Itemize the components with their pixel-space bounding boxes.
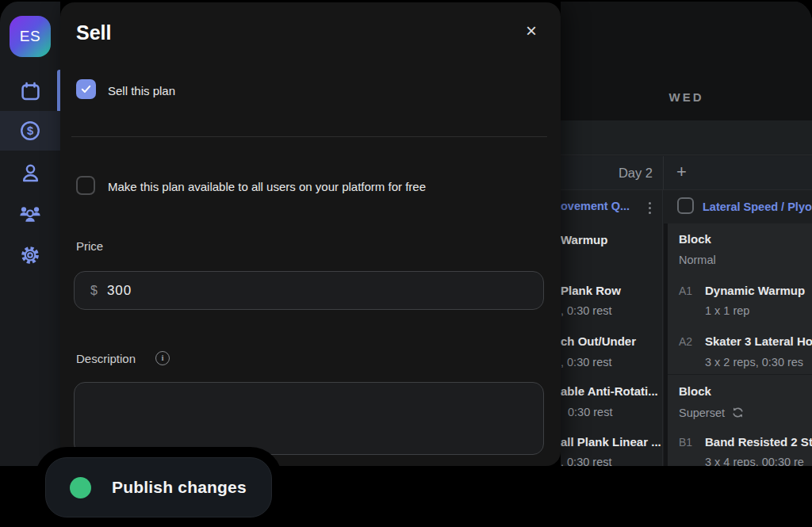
currency-symbol: $: [90, 284, 98, 298]
free-plan-checkbox[interactable]: [76, 176, 95, 195]
exercise-detail: , 0:30 rest: [561, 304, 611, 317]
planner-content: ovement Q... Warmup Plank Row , 0:30 res…: [561, 190, 812, 466]
cycle-icon: [731, 406, 745, 419]
svg-text:$: $: [27, 124, 33, 137]
price-field[interactable]: $: [74, 271, 544, 310]
avatar[interactable]: ES: [10, 16, 51, 57]
block-type-superset: Superset: [679, 406, 745, 419]
block-header: Block: [679, 384, 711, 398]
publish-changes-label: Publish changes: [112, 478, 247, 497]
exercise-name: Warmup: [561, 233, 607, 246]
toolbar-band: [561, 120, 812, 155]
block-separator: [668, 374, 812, 375]
exercise-detail: 1 x 1 rep: [705, 304, 749, 317]
exercise-name: Dynamic Warmup: [705, 284, 805, 297]
day-columns-header: Day 2 +: [561, 156, 812, 190]
workout-title-link[interactable]: Lateral Speed / Plyo: [703, 200, 812, 213]
block-type: Normal: [679, 254, 716, 266]
block-header: Block: [679, 232, 711, 246]
kebab-menu-icon[interactable]: [647, 200, 653, 216]
close-icon[interactable]: ×: [523, 18, 540, 44]
exercise-detail: , 0:30 rest: [561, 356, 611, 369]
exercise-detail: , 0:30 rest: [561, 456, 611, 466]
workout-column-header: Lateral Speed / Plyo: [664, 190, 812, 223]
weekday-label: WED: [561, 90, 812, 104]
person-icon: [20, 162, 41, 184]
exercise-name: Skater 3 Lateral Hop: [705, 334, 812, 348]
app-window: WED Day 2 + ovement Q... Warmup Plank Ro…: [0, 0, 812, 527]
info-icon[interactable]: i: [155, 351, 170, 365]
exercise-name: able Anti-Rotati...: [561, 384, 658, 398]
day-column-label[interactable]: Day 2: [561, 156, 663, 189]
workout-column-lateral-speed: Lateral Speed / Plyo Block Normal A1Dyna…: [664, 190, 812, 466]
block-type-label: Superset: [679, 407, 725, 419]
sell-this-plan-checkbox[interactable]: [76, 79, 96, 99]
check-icon: [80, 83, 92, 95]
modal-title: Sell: [76, 21, 111, 44]
exercise-name: Plank Row: [561, 284, 621, 297]
exercise-name: Band Resisted 2 Step: [705, 435, 812, 449]
exercise-order-label: A1: [679, 285, 705, 297]
workout-column-day2: ovement Q... Warmup Plank Row , 0:30 res…: [561, 190, 663, 466]
exercise-row: A1Dynamic Warmup: [679, 284, 805, 297]
calendar-icon: [20, 81, 41, 102]
exercise-name: ch Out/Under: [561, 334, 636, 348]
exercise-order-label: A2: [679, 335, 705, 348]
weekday-header-band: WED: [561, 2, 812, 120]
sidebar-item-sell[interactable]: $: [0, 111, 60, 151]
sidebar-item-calendar[interactable]: [0, 71, 60, 111]
sidebar-item-settings[interactable]: [0, 235, 60, 275]
status-dot-icon: [70, 477, 91, 498]
description-textarea[interactable]: [74, 382, 544, 455]
add-day-button[interactable]: +: [668, 156, 695, 189]
sidebar-item-clients[interactable]: [0, 193, 60, 233]
exercise-order-label: B1: [679, 436, 705, 449]
divider: [71, 136, 547, 137]
publish-changes-button[interactable]: Publish changes: [45, 457, 272, 517]
exercise-detail: 0:30 rest: [568, 406, 612, 418]
exercise-detail: 3 x 2 reps, 0:30 res: [705, 356, 803, 369]
exercise-row: A2Skater 3 Lateral Hop: [679, 334, 812, 348]
column-divider: [663, 156, 664, 189]
exercise-detail: 3 x 4 reps, 00:30 re: [705, 456, 804, 466]
workout-select-checkbox[interactable]: [677, 197, 694, 214]
sell-this-plan-label: Sell this plan: [108, 84, 175, 97]
workout-title-link[interactable]: ovement Q...: [561, 200, 630, 212]
price-label: Price: [76, 239, 103, 253]
people-icon: [18, 201, 42, 225]
gear-icon: [19, 244, 41, 266]
sidebar: ES $: [0, 2, 60, 466]
exercise-name: all Plank Linear ...: [561, 435, 661, 449]
price-input[interactable]: [107, 283, 424, 299]
sell-modal: Sell × Sell this plan Make this plan ava…: [60, 2, 561, 466]
planner-background: WED Day 2 + ovement Q... Warmup Plank Ro…: [561, 2, 812, 466]
sidebar-item-profile[interactable]: [0, 153, 60, 193]
exercise-row: B1Band Resisted 2 Step: [679, 435, 812, 449]
description-label: Description: [76, 352, 136, 365]
workout-detail-panel: Block Normal A1Dynamic Warmup 1 x 1 rep …: [664, 223, 812, 466]
dollar-icon: $: [19, 120, 41, 142]
free-plan-label: Make this plan available to all users on…: [108, 180, 426, 193]
